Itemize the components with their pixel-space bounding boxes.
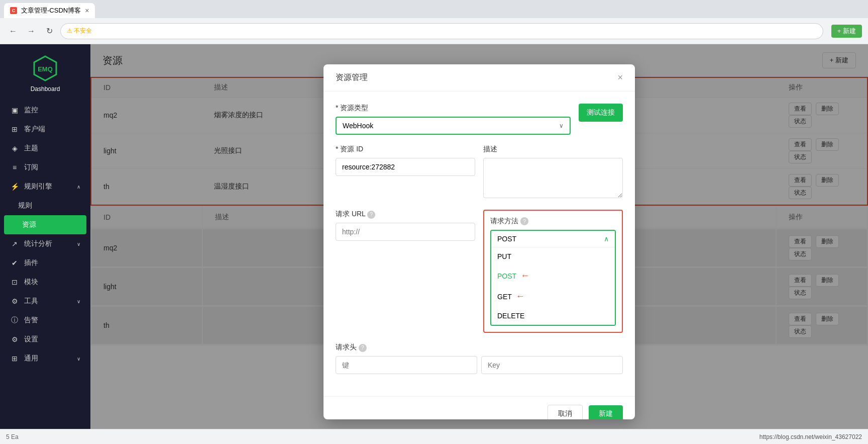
get-label: GET bbox=[497, 293, 512, 301]
sidebar-item-module[interactable]: ⊡ 模块 bbox=[0, 273, 90, 292]
stats-chevron: ∨ bbox=[77, 241, 80, 247]
sidebar-label-monitor: 监控 bbox=[24, 106, 38, 115]
request-method-label: 请求方法 ? bbox=[490, 217, 616, 226]
desc-textarea[interactable] bbox=[483, 158, 623, 198]
submit-button[interactable]: 新建 bbox=[589, 405, 623, 419]
sidebar-item-rule[interactable]: 规则 bbox=[0, 196, 90, 215]
resource-id-group: * 资源 ID bbox=[336, 145, 475, 176]
option-post[interactable]: POST ← bbox=[491, 265, 615, 286]
sidebar-label-rule-engine: 规则引擎 bbox=[24, 182, 52, 191]
new-tab-button[interactable]: + 新建 bbox=[831, 25, 862, 38]
rule-engine-icon: ⚡ bbox=[10, 182, 19, 191]
tab-bar: C 文章管理-CSDN博客 × bbox=[0, 0, 868, 18]
sidebar-item-qa[interactable]: ⓘ 告警 bbox=[0, 311, 90, 330]
resource-type-row: * 资源类型 WebHook ∨ 测试连接 bbox=[336, 104, 623, 135]
header-info-icon: ? bbox=[359, 344, 367, 352]
request-url-group: 请求 URL ? bbox=[336, 210, 475, 241]
method-dropdown-selected[interactable]: POST ∧ bbox=[491, 231, 615, 247]
resource-type-select[interactable]: WebHook ∨ bbox=[336, 117, 571, 135]
tab-close-button[interactable]: × bbox=[85, 7, 89, 15]
logo-hex: EMQ bbox=[31, 54, 59, 82]
sidebar-label-rule: 规则 bbox=[18, 201, 32, 210]
client-icon: ⊞ bbox=[10, 125, 19, 134]
option-put[interactable]: PUT bbox=[491, 247, 615, 265]
delete-label: DELETE bbox=[497, 312, 524, 320]
forward-button[interactable]: → bbox=[24, 24, 38, 38]
svg-text:EMQ: EMQ bbox=[38, 65, 53, 73]
sidebar-item-resource[interactable]: 资源 bbox=[4, 215, 86, 234]
modal-body: * 资源类型 WebHook ∨ 测试连接 bbox=[323, 92, 635, 396]
sidebar-item-subscribe[interactable]: ≡ 订阅 bbox=[0, 158, 90, 177]
bottom-left-text: 5 Ea bbox=[6, 433, 19, 440]
sidebar-item-theme[interactable]: ◈ 主题 bbox=[0, 139, 90, 158]
resource-id-input[interactable] bbox=[336, 158, 475, 176]
sidebar-label-module: 模块 bbox=[24, 278, 38, 287]
sidebar-item-plugin[interactable]: ✔ 插件 bbox=[0, 253, 90, 273]
sidebar-label-plugin: 插件 bbox=[24, 258, 38, 268]
sidebar-label-resource: 资源 bbox=[22, 220, 36, 229]
sidebar-label-subscribe: 订阅 bbox=[24, 163, 38, 172]
tab-favicon: C bbox=[10, 7, 17, 14]
settings-icon: ⚙ bbox=[10, 335, 19, 344]
resource-id-desc-row: * 资源 ID 描述 bbox=[336, 145, 623, 200]
subscribe-icon: ≡ bbox=[10, 163, 19, 172]
key-value-input[interactable] bbox=[481, 356, 623, 374]
tools-chevron: ∨ bbox=[77, 299, 80, 304]
bottom-url: https://blog.csdn.net/weixin_43627022 bbox=[759, 433, 862, 440]
modal-header: 资源管理 × bbox=[323, 64, 635, 92]
desc-label: 描述 bbox=[483, 145, 623, 154]
modal-close-button[interactable]: × bbox=[617, 72, 623, 83]
sidebar-item-settings[interactable]: ⚙ 设置 bbox=[0, 330, 90, 349]
sidebar-label-qa: 告警 bbox=[24, 316, 38, 325]
option-get[interactable]: GET ← bbox=[491, 286, 615, 307]
url-info-icon: ? bbox=[367, 211, 375, 219]
modal-overlay: 资源管理 × * 资源类型 WebHook ∨ bbox=[90, 44, 868, 444]
dropdown-chevron-icon: ∧ bbox=[604, 235, 609, 243]
post-arrow-icon: ← bbox=[520, 271, 529, 281]
resource-type-label: * 资源类型 bbox=[336, 104, 571, 113]
resource-type-chevron-icon: ∨ bbox=[559, 122, 564, 129]
tab-title: 文章管理-CSDN博客 bbox=[21, 6, 81, 15]
request-header-group: 请求头 ? bbox=[336, 343, 623, 374]
dashboard-label: Dashboard bbox=[31, 85, 60, 93]
url-method-row: 请求 URL ? 请求方法 ? bbox=[336, 210, 623, 333]
sidebar-label-settings: 设置 bbox=[24, 335, 38, 344]
sidebar-label-theme: 主题 bbox=[24, 144, 38, 153]
selected-method-value: POST bbox=[497, 235, 516, 243]
request-header-row: 请求头 ? bbox=[336, 343, 623, 374]
tools-icon: ⚙ bbox=[10, 297, 19, 306]
plugin-icon: ✔ bbox=[10, 258, 19, 268]
method-dropdown[interactable]: POST ∧ PUT POST bbox=[490, 230, 616, 326]
address-bar[interactable]: ⚠ 不安全 bbox=[60, 23, 823, 39]
sidebar-label-general: 通用 bbox=[24, 354, 38, 363]
option-delete[interactable]: DELETE bbox=[491, 307, 615, 325]
cancel-button[interactable]: 取消 bbox=[548, 405, 583, 419]
main-layout: EMQ Dashboard ▣ 监控 ⊞ 客户端 ◈ 主题 ≡ 订阅 ⚡ 规则引… bbox=[0, 44, 868, 444]
put-label: PUT bbox=[497, 252, 511, 260]
resource-management-modal: 资源管理 × * 资源类型 WebHook ∨ bbox=[323, 64, 635, 419]
refresh-button[interactable]: ↻ bbox=[42, 24, 56, 38]
rule-engine-chevron: ∧ bbox=[77, 184, 80, 190]
sidebar-item-stats[interactable]: ↗ 统计分析 ∨ bbox=[0, 234, 90, 253]
sidebar-item-monitor[interactable]: ▣ 监控 bbox=[0, 101, 90, 120]
sidebar-logo: EMQ Dashboard bbox=[0, 44, 90, 101]
sidebar-item-rule-engine[interactable]: ⚡ 规则引擎 ∧ bbox=[0, 177, 90, 196]
browser-toolbar: ← → ↻ ⚠ 不安全 + 新建 bbox=[0, 18, 868, 44]
desc-group: 描述 bbox=[483, 145, 623, 200]
key-input[interactable] bbox=[336, 356, 477, 374]
sidebar-item-client[interactable]: ⊞ 客户端 bbox=[0, 120, 90, 139]
resource-type-value: WebHook bbox=[343, 122, 373, 130]
resource-id-label: * 资源 ID bbox=[336, 145, 475, 154]
test-connect-button[interactable]: 测试连接 bbox=[579, 104, 623, 122]
back-button[interactable]: ← bbox=[6, 24, 20, 38]
get-arrow-icon: ← bbox=[516, 291, 525, 302]
sidebar-item-tools[interactable]: ⚙ 工具 ∨ bbox=[0, 292, 90, 311]
sidebar-item-general[interactable]: ⊞ 通用 ∨ bbox=[0, 349, 90, 368]
dropdown-options-list: PUT POST ← GET ← bbox=[491, 247, 615, 325]
qa-icon: ⓘ bbox=[10, 316, 19, 325]
request-url-input[interactable] bbox=[336, 223, 475, 241]
security-warning: ⚠ 不安全 bbox=[67, 27, 92, 35]
content-area: 资源 + 新建 ID 描述 资源类型 操作 mq2 烟雾浓度的接口 web_ho… bbox=[90, 44, 868, 444]
method-info-icon: ? bbox=[520, 217, 528, 225]
active-tab[interactable]: C 文章管理-CSDN博客 × bbox=[4, 3, 95, 18]
